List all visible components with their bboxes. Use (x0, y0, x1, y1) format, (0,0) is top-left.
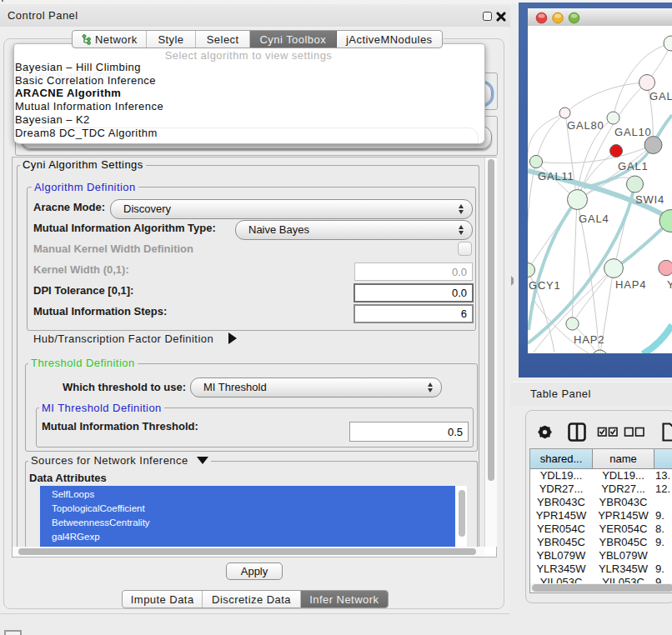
svg-text:GAL1: GAL1 (618, 160, 648, 172)
svg-text:GAL11: GAL11 (538, 170, 574, 182)
svg-text:Y: Y (667, 278, 672, 291)
svg-text:GAL4: GAL4 (579, 212, 609, 225)
svg-text:HAP2: HAP2 (574, 333, 604, 346)
svg-text:GAL10: GAL10 (614, 126, 651, 138)
svg-text:HAP4: HAP4 (615, 278, 646, 291)
svg-text:GCY1: GCY1 (529, 279, 561, 292)
svg-text:GAL80: GAL80 (567, 119, 604, 132)
svg-text:SWI4: SWI4 (635, 193, 664, 206)
svg-text:GAL: GAL (649, 90, 672, 102)
